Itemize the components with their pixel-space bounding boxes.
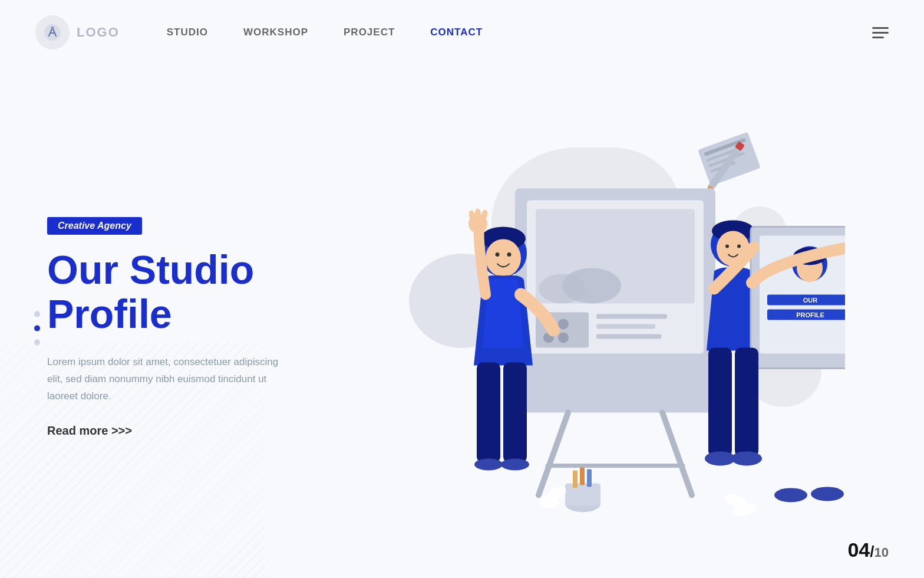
svg-rect-31 <box>587 469 592 487</box>
nav-contact[interactable]: CONTACT <box>430 27 483 38</box>
logo-area[interactable]: LOGO <box>35 15 120 50</box>
main-content: Creative Agency Our Studio Profile Lorem… <box>0 65 924 578</box>
svg-line-24 <box>539 412 568 495</box>
logo-icon <box>43 23 62 42</box>
svg-point-38 <box>507 252 512 257</box>
left-section: Creative Agency Our Studio Profile Lorem… <box>0 205 306 437</box>
svg-point-64 <box>731 451 762 465</box>
logo-circle <box>35 15 70 50</box>
svg-point-51 <box>737 244 741 248</box>
main-illustration: OUR PROFILE <box>385 117 845 542</box>
dot-2 <box>34 326 40 331</box>
svg-point-14 <box>562 268 621 303</box>
dot-3 <box>34 340 40 346</box>
nav-project[interactable]: PROJECT <box>344 27 395 38</box>
svg-point-45 <box>474 458 503 470</box>
svg-rect-43 <box>477 362 500 462</box>
svg-point-63 <box>705 451 735 465</box>
svg-point-50 <box>725 244 729 248</box>
page-counter: 04/10 <box>847 538 889 561</box>
svg-line-25 <box>662 412 692 495</box>
svg-text:OUR: OUR <box>803 297 818 304</box>
svg-point-46 <box>501 458 529 470</box>
hamburger-menu[interactable] <box>872 27 889 38</box>
page-total: 10 <box>874 545 889 560</box>
nav-links: STUDIO WORKSHOP PROJECT CONTACT <box>167 27 872 38</box>
read-more-link[interactable]: Read more >>> <box>47 424 132 438</box>
hero-title: Our Studio Profile <box>47 248 306 336</box>
svg-point-65 <box>774 488 807 502</box>
svg-rect-61 <box>708 347 732 457</box>
svg-rect-22 <box>596 324 655 329</box>
svg-point-18 <box>558 318 569 329</box>
bullet-dots <box>34 311 40 346</box>
svg-rect-30 <box>580 467 585 485</box>
page-current: 04 <box>847 538 870 561</box>
nav-studio[interactable]: STUDIO <box>167 27 208 38</box>
svg-text:PROFILE: PROFILE <box>796 311 824 318</box>
svg-rect-21 <box>596 314 667 318</box>
hamburger-line-3 <box>872 37 884 38</box>
svg-rect-62 <box>735 347 758 457</box>
nav-workshop[interactable]: WORKSHOP <box>243 27 308 38</box>
svg-rect-23 <box>596 334 661 339</box>
hamburger-line-1 <box>872 27 889 29</box>
hero-description: Lorem ipsum dolor sit amet, consectetuer… <box>47 354 283 405</box>
hamburger-line-2 <box>872 32 889 34</box>
dot-1 <box>34 311 40 317</box>
right-illustration: OUR PROFILE <box>306 65 924 578</box>
logo-text: LOGO <box>77 25 120 40</box>
svg-point-36 <box>486 239 521 277</box>
svg-point-1 <box>51 27 54 29</box>
navbar: LOGO STUDIO WORKSHOP PROJECT CONTACT <box>0 0 924 65</box>
svg-rect-28 <box>565 483 600 505</box>
svg-point-66 <box>811 487 844 501</box>
svg-rect-29 <box>573 470 578 488</box>
svg-point-37 <box>496 252 500 257</box>
svg-rect-44 <box>503 362 527 462</box>
svg-point-20 <box>558 332 569 343</box>
tag-badge: Creative Agency <box>47 217 142 235</box>
